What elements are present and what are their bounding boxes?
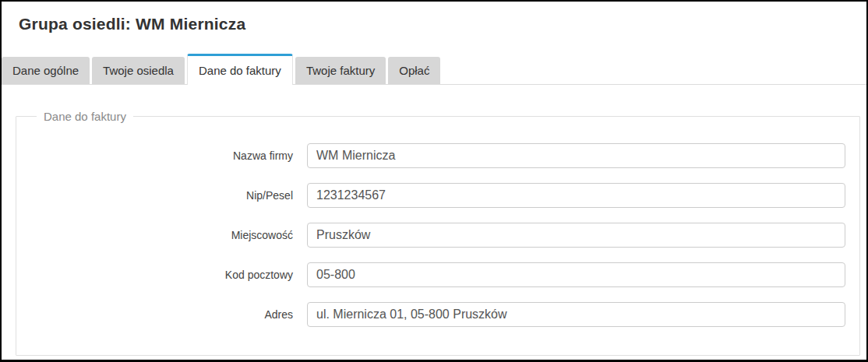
nip-pesel-field[interactable] xyxy=(307,183,845,208)
page-header: Grupa osiedli: WM Miernicza xyxy=(2,2,866,33)
tab-twoje-osiedla[interactable]: Twoje osiedla xyxy=(92,57,185,84)
tab-panel-dane-do-faktury: Dane do faktury Nazwa firmy Nip/Pesel Mi… xyxy=(2,110,866,356)
company-name-field[interactable] xyxy=(307,143,845,168)
postal-code-field[interactable] xyxy=(307,262,845,287)
form-row-adres: Adres xyxy=(16,302,859,327)
app-window: Grupa osiedli: WM Miernicza Dane ogólne … xyxy=(0,0,868,362)
city-label: Miejscowość xyxy=(16,229,307,241)
address-field[interactable] xyxy=(307,302,845,327)
address-label: Adres xyxy=(16,308,307,321)
fieldset-legend: Dane do faktury xyxy=(37,110,133,123)
company-name-label: Nazwa firmy xyxy=(16,149,307,162)
tab-twoje-faktury[interactable]: Twoje faktury xyxy=(295,57,386,84)
form-row-nazwa-firmy: Nazwa firmy xyxy=(16,143,859,168)
page-title: Grupa osiedli: WM Miernicza xyxy=(19,15,849,33)
form-row-miejscowosc: Miejscowość xyxy=(16,223,859,248)
tab-dane-ogolne[interactable]: Dane ogólne xyxy=(2,57,90,84)
tab-dane-do-faktury[interactable]: Dane do faktury xyxy=(187,54,293,85)
invoice-data-fieldset: Dane do faktury Nazwa firmy Nip/Pesel Mi… xyxy=(16,110,860,356)
form-row-kod-pocztowy: Kod pocztowy xyxy=(16,262,859,287)
form-row-nip-pesel: Nip/Pesel xyxy=(16,183,859,208)
postal-code-label: Kod pocztowy xyxy=(16,269,307,281)
tabbar: Dane ogólne Twoje osiedla Dane do faktur… xyxy=(2,54,866,85)
tab-oplac[interactable]: Opłać xyxy=(388,57,440,84)
city-field[interactable] xyxy=(307,223,845,248)
nip-pesel-label: Nip/Pesel xyxy=(16,189,307,202)
